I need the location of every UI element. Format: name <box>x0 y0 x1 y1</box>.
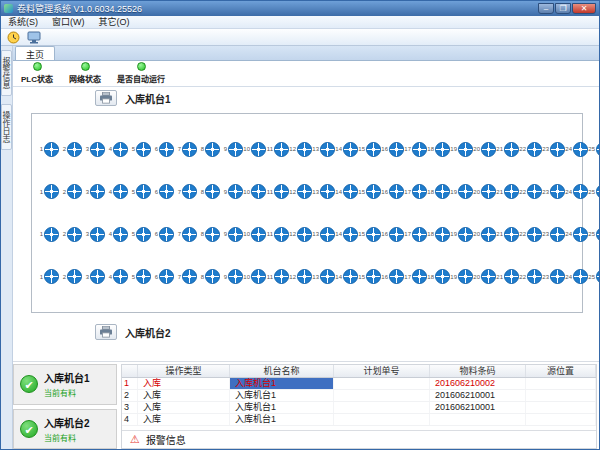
maximize-button[interactable]: ❐ <box>555 3 571 14</box>
slot[interactable]: 3 <box>82 184 105 199</box>
menu-item[interactable]: 其它(O) <box>92 16 137 29</box>
slot[interactable]: 24 <box>565 142 588 157</box>
slot[interactable]: 7 <box>174 184 197 199</box>
slot[interactable]: 10 <box>243 227 266 242</box>
slot[interactable]: 24 <box>565 269 588 284</box>
slot[interactable]: 5 <box>128 142 151 157</box>
slot[interactable]: 13 <box>312 269 335 284</box>
slot[interactable]: 9 <box>220 184 243 199</box>
table-row[interactable]: 4入库入库机台1 <box>122 414 596 426</box>
slot[interactable]: 16 <box>381 269 404 284</box>
slot[interactable]: 16 <box>381 184 404 199</box>
slot[interactable]: 25 <box>588 269 599 284</box>
slot[interactable]: 19 <box>450 142 473 157</box>
slot[interactable]: 4 <box>105 184 128 199</box>
station-card[interactable]: ✔入库机台1当前有料 <box>13 364 117 405</box>
slot[interactable]: 17 <box>404 184 427 199</box>
slot[interactable]: 6 <box>151 142 174 157</box>
slot[interactable]: 21 <box>496 142 519 157</box>
monitor-icon[interactable] <box>25 30 43 45</box>
slot[interactable]: 12 <box>289 269 312 284</box>
slot[interactable]: 24 <box>565 227 588 242</box>
slot[interactable]: 23 <box>542 142 565 157</box>
menu-item[interactable]: 系统(S) <box>1 16 45 29</box>
slot[interactable]: 18 <box>427 227 450 242</box>
slot[interactable]: 12 <box>289 227 312 242</box>
slot[interactable]: 3 <box>82 269 105 284</box>
slot[interactable]: 9 <box>220 142 243 157</box>
slot[interactable]: 18 <box>427 269 450 284</box>
slot[interactable]: 9 <box>220 227 243 242</box>
slot[interactable]: 19 <box>450 269 473 284</box>
slot[interactable]: 20 <box>473 269 496 284</box>
print-button-station2[interactable] <box>95 324 117 340</box>
slot[interactable]: 19 <box>450 227 473 242</box>
station-card[interactable]: ✔入库机台2当前有料 <box>13 409 117 450</box>
slot[interactable]: 7 <box>174 269 197 284</box>
slot[interactable]: 17 <box>404 227 427 242</box>
slot[interactable]: 22 <box>519 184 542 199</box>
slot[interactable]: 2 <box>59 227 82 242</box>
slot[interactable]: 10 <box>243 269 266 284</box>
slot[interactable]: 14 <box>335 142 358 157</box>
slot[interactable]: 1 <box>36 227 59 242</box>
slot[interactable]: 16 <box>381 142 404 157</box>
slot[interactable]: 14 <box>335 227 358 242</box>
column-header[interactable]: 物料条码 <box>430 365 526 377</box>
slot[interactable]: 7 <box>174 227 197 242</box>
side-tab[interactable]: 报警信息 <box>1 50 12 96</box>
slot[interactable]: 8 <box>197 269 220 284</box>
slot[interactable]: 18 <box>427 184 450 199</box>
slot[interactable]: 23 <box>542 227 565 242</box>
slot[interactable]: 2 <box>59 184 82 199</box>
slot[interactable]: 10 <box>243 184 266 199</box>
slot[interactable]: 3 <box>82 142 105 157</box>
slot[interactable]: 24 <box>565 184 588 199</box>
slot[interactable]: 17 <box>404 269 427 284</box>
slot[interactable]: 5 <box>128 269 151 284</box>
slot[interactable]: 2 <box>59 269 82 284</box>
slot[interactable]: 23 <box>542 269 565 284</box>
slot[interactable]: 11 <box>266 184 289 199</box>
table-row[interactable]: 3入库入库机台1201606210001 <box>122 402 596 414</box>
column-header[interactable]: 操作类型 <box>138 365 230 377</box>
slot[interactable]: 12 <box>289 184 312 199</box>
slot[interactable]: 23 <box>542 184 565 199</box>
slot[interactable]: 15 <box>358 184 381 199</box>
slot[interactable]: 3 <box>82 227 105 242</box>
slot[interactable]: 15 <box>358 142 381 157</box>
slot[interactable]: 12 <box>289 142 312 157</box>
slot[interactable]: 21 <box>496 184 519 199</box>
slot[interactable]: 16 <box>381 227 404 242</box>
slot[interactable]: 5 <box>128 184 151 199</box>
slot[interactable]: 15 <box>358 269 381 284</box>
slot[interactable]: 11 <box>266 227 289 242</box>
slot[interactable]: 1 <box>36 142 59 157</box>
slot[interactable]: 21 <box>496 227 519 242</box>
slot[interactable]: 5 <box>128 227 151 242</box>
slot[interactable]: 14 <box>335 184 358 199</box>
slot[interactable]: 17 <box>404 142 427 157</box>
slot[interactable]: 25 <box>588 227 599 242</box>
slot[interactable]: 22 <box>519 269 542 284</box>
slot[interactable]: 4 <box>105 227 128 242</box>
slot[interactable]: 9 <box>220 269 243 284</box>
slot[interactable]: 21 <box>496 269 519 284</box>
menu-item[interactable]: 窗口(W) <box>45 16 92 29</box>
minimize-button[interactable]: – <box>538 3 554 14</box>
slot[interactable]: 8 <box>197 142 220 157</box>
clock-icon[interactable] <box>4 30 22 45</box>
table-row[interactable]: 1入库入库机台1201606210002 <box>122 378 596 390</box>
slot[interactable]: 2 <box>59 142 82 157</box>
slot[interactable]: 22 <box>519 227 542 242</box>
slot[interactable]: 18 <box>427 142 450 157</box>
slot[interactable]: 25 <box>588 142 599 157</box>
slot[interactable]: 11 <box>266 142 289 157</box>
slot[interactable]: 25 <box>588 184 599 199</box>
slot[interactable]: 20 <box>473 142 496 157</box>
slot[interactable]: 14 <box>335 269 358 284</box>
slot[interactable]: 6 <box>151 184 174 199</box>
slot[interactable]: 1 <box>36 184 59 199</box>
side-tab[interactable]: 操作日志 <box>1 104 12 150</box>
tab-home[interactable]: 主页 <box>15 46 55 60</box>
